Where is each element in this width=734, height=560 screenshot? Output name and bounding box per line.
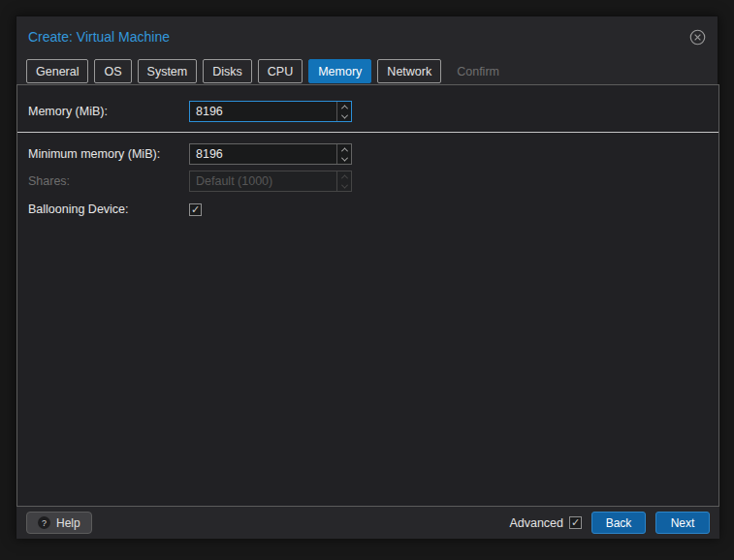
ballooning-checkbox[interactable]: ✓ bbox=[189, 203, 202, 216]
back-button[interactable]: Back bbox=[591, 512, 646, 534]
help-icon: ? bbox=[38, 516, 50, 529]
memory-spinner bbox=[336, 102, 351, 121]
tab-network[interactable]: Network bbox=[377, 59, 441, 83]
dialog-title: Create: Virtual Machine bbox=[28, 29, 170, 45]
min-memory-input[interactable] bbox=[190, 144, 336, 164]
ballooning-label: Ballooning Device: bbox=[28, 199, 129, 220]
help-button[interactable]: ? Help bbox=[26, 512, 92, 534]
shares-field bbox=[189, 171, 352, 192]
spinner-up-icon[interactable] bbox=[337, 102, 351, 111]
advanced-section-divider bbox=[17, 132, 718, 133]
shares-input bbox=[190, 171, 336, 191]
spinner-up-icon[interactable] bbox=[337, 144, 351, 154]
memory-field bbox=[189, 101, 352, 122]
desktop-background: Create: Virtual Machine General OS Syste… bbox=[0, 0, 734, 560]
min-memory-field bbox=[189, 143, 352, 165]
check-icon: ✓ bbox=[191, 204, 200, 215]
spinner-down-icon bbox=[337, 181, 351, 191]
check-icon: ✓ bbox=[571, 517, 580, 528]
min-memory-spinner bbox=[336, 144, 351, 164]
memory-input[interactable] bbox=[190, 102, 336, 121]
tab-memory[interactable]: Memory bbox=[308, 59, 371, 83]
next-button[interactable]: Next bbox=[655, 512, 710, 534]
spinner-up-icon bbox=[337, 171, 351, 181]
memory-tab-panel: Memory (MiB): Minimum memory (MiB): Sh bbox=[16, 84, 719, 507]
create-vm-dialog: Create: Virtual Machine General OS Syste… bbox=[16, 16, 718, 539]
tab-disks[interactable]: Disks bbox=[203, 59, 252, 83]
tab-general[interactable]: General bbox=[26, 59, 88, 83]
advanced-checkbox[interactable]: ✓ bbox=[569, 516, 582, 529]
advanced-label: Advanced bbox=[509, 516, 563, 530]
tab-bar: General OS System Disks CPU Memory Netwo… bbox=[26, 59, 509, 83]
tab-os[interactable]: OS bbox=[94, 59, 131, 83]
min-memory-label: Minimum memory (MiB): bbox=[28, 143, 160, 165]
shares-label: Shares: bbox=[28, 171, 70, 192]
spinner-down-icon[interactable] bbox=[337, 111, 351, 121]
tab-cpu[interactable]: CPU bbox=[258, 59, 303, 83]
dialog-titlebar: Create: Virtual Machine bbox=[16, 16, 718, 57]
tab-confirm: Confirm bbox=[447, 59, 509, 83]
help-button-label: Help bbox=[56, 516, 80, 530]
memory-label: Memory (MiB): bbox=[28, 101, 108, 122]
tab-system[interactable]: System bbox=[138, 59, 198, 83]
advanced-toggle: Advanced ✓ bbox=[509, 516, 582, 530]
shares-spinner bbox=[336, 171, 351, 191]
dialog-footer: ? Help Advanced ✓ Back Next bbox=[16, 507, 719, 539]
close-icon[interactable] bbox=[688, 28, 706, 46]
spinner-down-icon[interactable] bbox=[337, 154, 351, 164]
